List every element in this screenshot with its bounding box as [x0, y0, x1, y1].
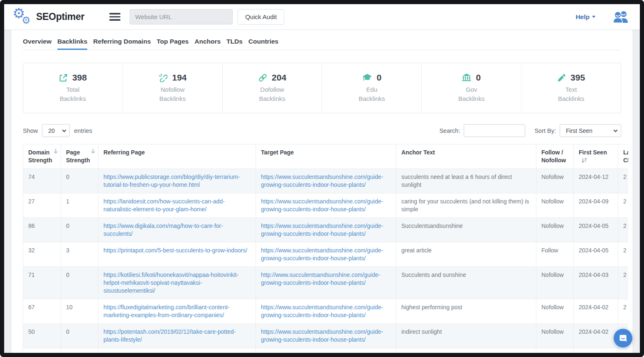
last-checked-cell: 2 [618, 299, 629, 324]
column-header-domain-strength[interactable]: Domain Strength [23, 144, 61, 169]
column-header-last-checked: Last Checked [618, 144, 629, 169]
referring-page-cell: https://printapot.com/5-best-succulents-… [98, 242, 256, 267]
stat-value: 398 [72, 73, 87, 83]
stat-nofollow-backlinks: 194 NofollowBacklinks [123, 63, 222, 113]
follow-nofollow-cell: Nofollow [536, 324, 574, 348]
search-input[interactable] [464, 124, 525, 137]
report-tabs: Overview Backlinks Referring Domains Top… [23, 30, 621, 50]
referring-page-cell: https://lanidoesit.com/how-succulents-ca… [98, 193, 256, 218]
target-page-link[interactable]: https://www.succulentsandsunshine.com/gu… [261, 174, 383, 188]
pencil-icon [557, 73, 566, 82]
target-page-link[interactable]: http://www.succulentsandsunshine.com/gui… [261, 271, 380, 286]
page-strength-cell: 0 [61, 169, 98, 193]
last-checked-cell: 2 [618, 193, 629, 218]
anchor-text-cell: caring for your succulents (and not kill… [396, 193, 536, 218]
backlinks-table-container: Domain Strength Page Strength [23, 144, 628, 353]
referring-page-link[interactable]: https://www.digikala.com/mag/how-to-care… [103, 223, 223, 237]
backlink-stats-panel: 398 TotalBacklinks 194 NofollowBacklinks [23, 63, 621, 113]
anchor-text-cell: Here [396, 348, 536, 353]
tab-tlds[interactable]: TLDs [226, 36, 243, 50]
table-row: 27 1 https://lanidoesit.com/how-succulen… [23, 193, 629, 218]
quick-audit-button[interactable]: Quick Audit [238, 9, 284, 25]
stat-value: 0 [476, 73, 481, 83]
first-seen-cell: 2024-04-12 [574, 169, 618, 193]
referring-page-cell: https://kotiliesi.fi/koti/huonekasvit/na… [98, 267, 256, 299]
target-page-link[interactable]: https://www.succulentsandsunshine.com/gu… [261, 304, 383, 318]
bank-icon [462, 73, 471, 82]
chat-widget-button[interactable] [614, 329, 632, 347]
table-controls: Show 20 entries Search: Sort By: First S… [23, 124, 621, 137]
referring-page-link[interactable]: https://lanidoesit.com/how-succulents-ca… [103, 198, 225, 213]
tab-countries[interactable]: Countries [248, 36, 278, 50]
referring-page-link[interactable]: https://kotiliesi.fi/koti/huonekasvit/na… [103, 271, 238, 294]
sort-by-label: Sort By: [534, 127, 556, 134]
referring-page-link[interactable]: https://potentash.com/2019/02/12/take-ca… [103, 328, 236, 343]
anchor-text-cell: indirect sunlight [396, 324, 536, 348]
column-header-referring-page: Referring Page [98, 144, 256, 169]
target-page-link[interactable]: https://www.succulentsandsunshine.com/gu… [261, 223, 383, 237]
column-header-first-seen[interactable]: First Seen [574, 144, 618, 169]
domain-strength-cell: 86 [23, 348, 61, 353]
table-row: 86 18 https://graziadaily.co.uk/life/hom… [23, 348, 629, 353]
stat-value: 0 [377, 73, 382, 83]
backlinks-table: Domain Strength Page Strength [23, 144, 628, 353]
last-checked-cell: 2 [618, 218, 629, 242]
referring-page-link[interactable]: https://www.publicstorage.com/blog/diy/d… [103, 174, 240, 188]
sort-descending-icon [53, 149, 58, 154]
stat-edu-backlinks: 0 EduBacklinks [322, 63, 421, 113]
domain-strength-cell: 74 [23, 169, 61, 193]
table-body: 74 0 https://www.publicstorage.com/blog/… [23, 169, 629, 353]
table-row: 86 0 https://www.digikala.com/mag/how-to… [23, 218, 629, 242]
column-header-page-strength[interactable]: Page Strength [61, 144, 98, 169]
anchor-text-cell: Succulentsandsunshine [396, 218, 536, 242]
target-page-link[interactable]: https://www.succulentsandsunshine.com/gu… [261, 328, 383, 343]
referring-page-cell: https://graziadaily.co.uk/life/home/look… [98, 348, 256, 353]
target-page-cell: https://www.succulentsandsunshine.com/gu… [256, 242, 396, 267]
sort-by-select[interactable]: First Seen [560, 124, 621, 137]
column-header-anchor-text: Anchor Text [396, 144, 536, 169]
menu-icon[interactable] [109, 11, 120, 22]
show-entries-select[interactable]: 20 [42, 124, 70, 137]
entries-label: entries [74, 127, 92, 134]
follow-nofollow-cell: Nofollow [536, 218, 574, 242]
tab-top-pages[interactable]: Top Pages [157, 36, 189, 50]
target-page-cell: https://www.succulentsandsunshine.com/gu… [256, 169, 396, 193]
referring-page-cell: https://www.publicstorage.com/blog/diy/d… [98, 169, 256, 193]
stat-value: 194 [172, 73, 187, 83]
chat-bubble-icon [618, 333, 628, 343]
page-strength-cell: 1 [61, 193, 98, 218]
graduation-cap-icon [362, 73, 372, 82]
users-icon[interactable] [613, 11, 628, 23]
tab-backlinks[interactable]: Backlinks [57, 36, 87, 50]
first-seen-cell: 2024-04-02 [574, 324, 618, 348]
follow-nofollow-cell: Nofollow [536, 193, 574, 218]
target-page-cell: https://www.succulentsandsunshine.com/gu… [256, 348, 396, 353]
follow-nofollow-cell: Nofollow [536, 299, 574, 324]
page-strength-cell: 18 [61, 348, 98, 353]
website-url-input[interactable] [130, 9, 233, 24]
brand-logo: ⚙ ⚙ SEOptimer [12, 7, 84, 27]
tab-referring-domains[interactable]: Referring Domains [93, 36, 151, 50]
follow-nofollow-cell: Nofollow [536, 169, 574, 193]
tab-anchors[interactable]: Anchors [194, 36, 221, 50]
show-label: Show [23, 127, 38, 134]
screenshot-frame: ⚙ ⚙ SEOptimer Quick Audit Help [0, 0, 644, 357]
sort-descending-icon [91, 149, 96, 154]
target-page-link[interactable]: https://www.succulentsandsunshine.com/gu… [261, 247, 383, 262]
follow-nofollow-cell: Nofollow [536, 348, 574, 353]
help-menu[interactable]: Help [575, 13, 595, 21]
page-strength-cell: 3 [61, 242, 98, 267]
target-page-link[interactable]: https://www.succulentsandsunshine.com/gu… [261, 198, 383, 213]
stat-total-backlinks: 398 TotalBacklinks [23, 63, 123, 113]
last-checked-cell: 2 [618, 267, 629, 299]
tab-overview[interactable]: Overview [23, 36, 52, 50]
brand-name: SEOptimer [36, 11, 84, 22]
chevron-down-icon [592, 16, 595, 18]
referring-page-link[interactable]: https://printapot.com/5-best-succulents-… [103, 247, 247, 254]
stat-value: 204 [272, 73, 286, 83]
domain-strength-cell: 71 [23, 267, 61, 299]
referring-page-cell: https://www.digikala.com/mag/how-to-care… [98, 218, 256, 242]
domain-strength-cell: 67 [23, 299, 61, 324]
anchor-text-cell: highest performing post [396, 299, 536, 324]
referring-page-link[interactable]: https://fluxedigitalmarketing.com/brilli… [103, 304, 229, 318]
